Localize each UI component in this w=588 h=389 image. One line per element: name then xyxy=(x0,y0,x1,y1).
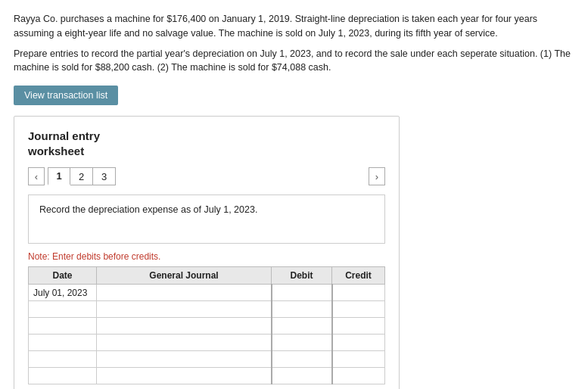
cell-credit-5[interactable] xyxy=(332,368,385,384)
tab-2[interactable]: 2 xyxy=(70,167,93,185)
note-text: Note: Enter debits before credits. xyxy=(28,251,385,262)
cell-credit-2[interactable] xyxy=(332,318,385,335)
table-row xyxy=(29,301,385,318)
view-transaction-button[interactable]: View transaction list xyxy=(14,86,118,105)
cell-journal-5[interactable] xyxy=(97,368,272,384)
journal-table: Date General Journal Debit Credit July 0… xyxy=(28,266,385,384)
cell-credit-0[interactable] xyxy=(332,285,385,301)
instruction-text: Record the depreciation expense as of Ju… xyxy=(39,204,257,215)
cell-debit-3[interactable] xyxy=(272,335,332,351)
problem-text: Rayya Co. purchases a machine for $176,4… xyxy=(14,12,574,75)
cell-credit-3[interactable] xyxy=(332,335,385,351)
col-header-credit: Credit xyxy=(332,267,385,285)
col-header-journal: General Journal xyxy=(97,267,272,285)
table-row xyxy=(29,351,385,368)
col-header-debit: Debit xyxy=(272,267,332,285)
cell-debit-4[interactable] xyxy=(272,351,332,368)
cell-journal-0[interactable] xyxy=(97,285,272,301)
cell-journal-3[interactable] xyxy=(97,335,272,351)
cell-debit-2[interactable] xyxy=(272,318,332,335)
tab-prev-button[interactable]: ‹ xyxy=(28,167,45,185)
cell-credit-1[interactable] xyxy=(332,301,385,318)
cell-date-4[interactable] xyxy=(29,351,97,368)
tab-1[interactable]: 1 xyxy=(48,167,70,185)
worksheet-title: Journal entry worksheet xyxy=(28,129,385,158)
table-row xyxy=(29,368,385,384)
cell-debit-5[interactable] xyxy=(272,368,332,384)
problem-line1: Rayya Co. purchases a machine for $176,4… xyxy=(14,12,574,41)
table-row: July 01, 2023 xyxy=(29,285,385,301)
cell-date-0[interactable]: July 01, 2023 xyxy=(29,285,97,301)
worksheet-container: Journal entry worksheet ‹ 1 2 3 › Record… xyxy=(14,116,400,389)
table-row xyxy=(29,335,385,351)
cell-date-5[interactable] xyxy=(29,368,97,384)
tab-next-button[interactable]: › xyxy=(369,167,385,185)
cell-credit-4[interactable] xyxy=(332,351,385,368)
tab-navigation: ‹ 1 2 3 › xyxy=(28,167,385,185)
cell-date-1[interactable] xyxy=(29,301,97,318)
cell-journal-1[interactable] xyxy=(97,301,272,318)
col-header-date: Date xyxy=(29,267,97,285)
cell-date-2[interactable] xyxy=(29,318,97,335)
cell-journal-4[interactable] xyxy=(97,351,272,368)
cell-date-3[interactable] xyxy=(29,335,97,351)
table-row xyxy=(29,318,385,335)
problem-line2: Prepare entries to record the partial ye… xyxy=(14,47,574,76)
cell-journal-2[interactable] xyxy=(97,318,272,335)
tab-3[interactable]: 3 xyxy=(93,167,116,185)
cell-debit-0[interactable] xyxy=(272,285,332,301)
instruction-box: Record the depreciation expense as of Ju… xyxy=(28,194,385,244)
cell-debit-1[interactable] xyxy=(272,301,332,318)
